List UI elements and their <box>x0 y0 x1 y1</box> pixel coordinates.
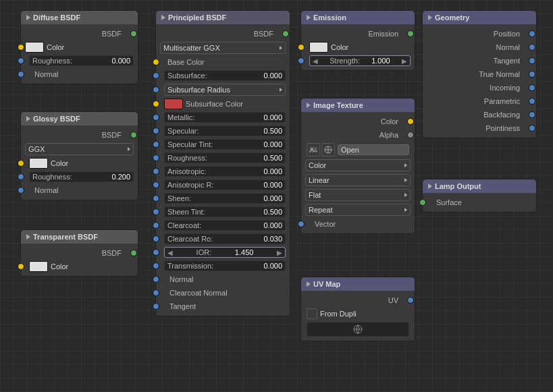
collapse-triangle8[interactable] <box>428 184 432 189</box>
metallic-field[interactable]: Metallic: 0.000 <box>164 112 286 123</box>
base-color-socket[interactable] <box>153 59 159 65</box>
interpolation-dropdown[interactable]: Color <box>305 159 411 171</box>
bsdf-label3: BSDF <box>102 249 122 257</box>
anisotropic-field[interactable]: Anisotropic: 0.000 <box>164 166 286 177</box>
lamp-surface-socket[interactable] <box>419 199 426 206</box>
transmission-socket[interactable] <box>153 262 159 269</box>
clearcoat-field[interactable]: Clearcoat: 0.000 <box>164 220 286 231</box>
tangent-socket-g[interactable] <box>529 57 535 64</box>
position-label: Position <box>494 30 520 38</box>
vector-socket[interactable] <box>298 221 305 227</box>
anisotropic-r-socket[interactable] <box>153 181 159 188</box>
true-normal-socket[interactable] <box>529 71 535 78</box>
it-color-socket[interactable] <box>407 118 414 125</box>
p-roughness-socket[interactable] <box>153 155 159 161</box>
bsdf-output-socket3[interactable] <box>130 250 137 256</box>
color-input-socket3[interactable] <box>18 263 24 270</box>
emission-strength-socket[interactable] <box>298 57 305 64</box>
normal-socket2[interactable] <box>18 187 24 194</box>
transmission-field[interactable]: Transmission: 0.000 <box>164 260 286 271</box>
ior-field[interactable]: ◀ IOR: 1.450 ▶ <box>164 247 286 258</box>
color-swatch[interactable] <box>25 42 44 53</box>
specular-socket[interactable] <box>153 128 159 134</box>
specular-tint-socket[interactable] <box>153 141 159 148</box>
subsurface-field[interactable]: Subsurface: 0.000 <box>164 70 286 81</box>
linear-dropdown[interactable]: Linear <box>305 174 411 186</box>
image-icon2[interactable] <box>321 143 335 157</box>
normal-socket[interactable] <box>18 71 24 78</box>
image-texture-header: Image Texture <box>301 99 415 112</box>
clearcoat-normal-socket[interactable] <box>153 289 159 296</box>
emission-color-socket[interactable] <box>298 44 305 51</box>
sheen-tint-socket[interactable] <box>153 208 159 215</box>
ior-socket[interactable] <box>153 249 159 256</box>
lamp-output-node: Lamp Output Surface <box>422 179 537 213</box>
flat-dropdown[interactable]: Flat <box>305 189 411 201</box>
emission-strength-field[interactable]: ◀ Strength: 1.000 ▶ <box>309 55 411 66</box>
clearcoat-label: Clearcoat: <box>167 221 201 229</box>
bsdf-output-socket[interactable] <box>130 30 137 37</box>
subsurface-color-swatch[interactable] <box>164 99 183 109</box>
open-button[interactable]: Open <box>338 144 409 155</box>
clearcoat-socket[interactable] <box>153 222 159 229</box>
interpolation-label: Color <box>309 161 326 169</box>
anisotropic-socket[interactable] <box>153 168 159 175</box>
clearcoat-ro-field[interactable]: Clearcoat Ro: 0.030 <box>164 233 286 244</box>
p-normal-socket[interactable] <box>153 276 159 283</box>
roughness-field[interactable]: Roughness: 0.000 <box>29 55 134 66</box>
specular-tint-field[interactable]: Specular Tint: 0.000 <box>164 139 286 150</box>
it-alpha-socket[interactable] <box>407 132 414 138</box>
subsurface-color-socket[interactable] <box>153 101 159 107</box>
from-dupli-checkbox[interactable] <box>307 308 317 319</box>
subsurface-radius-dropdown[interactable]: Subsurface Radius <box>164 84 286 96</box>
collapse-triangle5[interactable] <box>307 15 311 20</box>
normal-socket-g[interactable] <box>529 44 535 51</box>
metallic-socket[interactable] <box>153 114 159 121</box>
emission-color-swatch[interactable] <box>309 42 328 53</box>
sheen-tint-field[interactable]: Sheen Tint: 0.500 <box>164 206 286 217</box>
specular-field[interactable]: Specular: 0.500 <box>164 125 286 136</box>
subsurface-socket[interactable] <box>153 72 159 79</box>
repeat-dropdown[interactable]: Repeat <box>305 204 411 216</box>
incoming-socket[interactable] <box>529 84 535 91</box>
pointiness-socket[interactable] <box>529 125 535 132</box>
color-swatch2[interactable] <box>29 158 48 169</box>
collapse-triangle2[interactable] <box>26 116 30 121</box>
uv-map-input-field[interactable] <box>307 322 409 337</box>
subsurface-radius-socket[interactable] <box>153 86 159 93</box>
p-tangent-socket[interactable] <box>153 303 159 310</box>
collapse-triangle9[interactable] <box>307 281 311 287</box>
emission-title: Emission <box>313 13 346 22</box>
position-socket[interactable] <box>529 30 535 37</box>
backfacing-socket[interactable] <box>529 111 535 118</box>
uv-socket[interactable] <box>407 297 414 304</box>
anisotropic-val: 0.000 <box>263 167 282 175</box>
parametric-socket[interactable] <box>529 98 535 105</box>
collapse-triangle6[interactable] <box>428 15 432 20</box>
emission-out-socket[interactable] <box>407 30 414 37</box>
collapse-triangle7[interactable] <box>307 103 311 108</box>
roughness-row: Roughness: 0.000 <box>21 54 138 67</box>
color-input-socket2[interactable] <box>18 160 24 167</box>
roughness-socket2[interactable] <box>18 173 24 180</box>
collapse-triangle3[interactable] <box>26 234 30 240</box>
roughness-field2[interactable]: Roughness: 0.200 <box>29 171 134 182</box>
clearcoat-ro-socket[interactable] <box>153 235 159 242</box>
anisotropic-r-field[interactable]: Anisotropic R: 0.000 <box>164 179 286 190</box>
subsurface-label: Subsurface: <box>167 72 207 80</box>
p-roughness-field[interactable]: Roughness: 0.500 <box>164 152 286 163</box>
base-color-field[interactable]: Base Color <box>164 57 286 67</box>
collapse-triangle4[interactable] <box>161 15 165 20</box>
collapse-triangle[interactable] <box>26 15 30 20</box>
roughness-socket[interactable] <box>18 57 24 64</box>
bsdf-output-row3: BSDF <box>21 246 138 260</box>
bsdf-output-socket2[interactable] <box>130 132 137 138</box>
color-swatch3[interactable] <box>29 261 48 272</box>
p-bsdf-socket[interactable] <box>282 30 289 37</box>
image-icon1[interactable] <box>307 143 320 157</box>
principled-dist-dropdown[interactable]: Multiscatter GGX <box>160 42 286 54</box>
sheen-field[interactable]: Sheen: 0.000 <box>164 193 286 204</box>
sheen-socket[interactable] <box>153 195 159 202</box>
color-input-socket[interactable] <box>18 44 24 51</box>
distribution-dropdown[interactable]: GGX <box>25 143 134 155</box>
